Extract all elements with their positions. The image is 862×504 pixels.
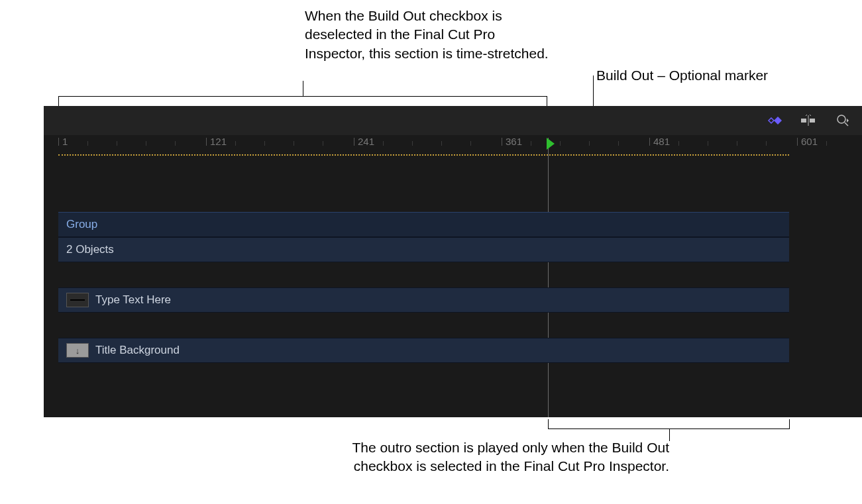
timeline-toolbar [44, 106, 862, 135]
ruler-label: 361 [506, 136, 522, 147]
lead-line-bottom [669, 429, 670, 441]
ruler-label: 1 [62, 136, 68, 147]
bracket-intro-section [58, 96, 547, 105]
playhead-arrow-icon [547, 138, 555, 150]
ruler-label: 241 [358, 136, 374, 147]
track-objects-row[interactable]: 2 Objects [58, 237, 789, 262]
track-group-header[interactable]: Group [58, 212, 789, 237]
snap-icon[interactable] [798, 113, 818, 128]
track-label: Group [66, 218, 97, 231]
keyframe-icon[interactable] [764, 113, 784, 128]
track-text-layer[interactable]: Type Text Here [58, 287, 789, 313]
track-title-background[interactable]: Title Background [58, 338, 789, 363]
track-label: Type Text Here [95, 293, 171, 307]
timeline-range-indicator [58, 154, 789, 156]
svg-line-6 [810, 115, 811, 116]
svg-line-5 [806, 115, 807, 116]
svg-marker-9 [847, 119, 849, 123]
track-label: Title Background [95, 344, 180, 357]
svg-rect-2 [801, 119, 806, 123]
svg-point-7 [837, 115, 845, 123]
svg-marker-0 [769, 118, 774, 123]
zoom-icon[interactable] [833, 113, 853, 128]
ruler-label: 601 [801, 136, 818, 147]
annotation-top-left: When the Build Out checkbox is deselecte… [305, 7, 550, 63]
lead-line-top-left [303, 81, 303, 97]
ruler-label: 121 [210, 136, 227, 147]
annotation-bottom: The outro section is played only when th… [318, 438, 669, 476]
track-label: 2 Objects [66, 243, 114, 256]
svg-rect-3 [810, 119, 815, 123]
text-thumb-icon [66, 293, 89, 307]
timeline-ruler[interactable]: 1 121 241 361 481 601 [44, 135, 862, 155]
timeline-tracks: Group 2 Objects Type Text Here Title Bac… [58, 212, 789, 363]
ruler-label: 481 [653, 136, 670, 147]
svg-marker-1 [774, 117, 782, 125]
timeline-panel: 1 121 241 361 481 601 Group 2 Objects [44, 106, 862, 417]
svg-line-8 [845, 123, 848, 126]
dropzone-thumb-icon [66, 343, 89, 358]
annotation-top-right: Build Out – Optional marker [596, 66, 768, 85]
bracket-outro-section [548, 420, 790, 429]
